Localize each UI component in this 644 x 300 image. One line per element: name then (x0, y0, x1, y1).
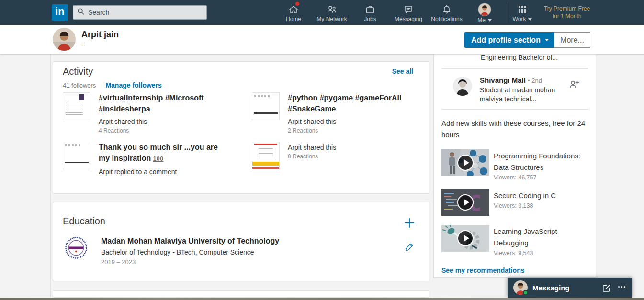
course-thumbnail[interactable] (441, 149, 489, 176)
course-thumbnail[interactable] (441, 225, 489, 252)
add-education-button[interactable] (403, 217, 416, 231)
nav-jobs[interactable]: Jobs (351, 0, 389, 25)
nav-messaging-label: Messaging (395, 16, 422, 22)
divider (441, 109, 588, 110)
messaging-overflow-button[interactable] (618, 286, 625, 288)
post-action: Arpit shared this (288, 118, 407, 125)
nav-messaging[interactable]: Messaging (389, 0, 428, 25)
connection-degree: 2nd (531, 77, 542, 84)
activity-post[interactable]: #python #pygame #gameForAll #SnakeGame A… (252, 92, 407, 134)
profile-header-bar: Arpit jain -- Add profile section More..… (0, 25, 644, 54)
education-entry[interactable]: Madan Mohan Malaviya University of Techn… (65, 237, 279, 266)
post-title: #python #pygame #gameForAll #SnakeGame (288, 92, 407, 114)
messaging-icon (403, 4, 414, 15)
play-icon (457, 230, 474, 246)
content-left-divider (50, 54, 51, 300)
chevron-down-icon (488, 19, 492, 22)
edit-education-button[interactable] (404, 242, 415, 254)
activity-post[interactable]: #virtualInternship #Microsoft #insideshe… (63, 92, 224, 134)
add-profile-section-button[interactable]: Add profile section (464, 32, 555, 48)
activity-card: Activity 41 followers Manage followers S… (53, 61, 429, 194)
premium-line2: for 1 Month (539, 12, 595, 20)
online-status-dot (523, 290, 528, 295)
course-title: Learning JavaScript Debugging (494, 226, 585, 249)
post-thumbnail[interactable] (63, 142, 90, 169)
add-person-icon (568, 85, 580, 92)
linkedin-logo[interactable]: in (52, 4, 68, 21)
nav-work[interactable]: Work (503, 0, 542, 25)
activity-title: Activity (63, 66, 93, 77)
course-viewers: Viewers: 3,138 (494, 202, 585, 209)
chevron-down-icon (545, 39, 549, 41)
plus-icon (403, 223, 416, 231)
play-icon (457, 155, 474, 171)
see-recommendations-link[interactable]: See my recommendations (441, 267, 525, 274)
try-premium-link[interactable]: Try Premium Free for 1 Month (539, 5, 595, 20)
manage-followers-link[interactable]: Manage followers (105, 81, 161, 89)
top-navigation-bar: in Home (0, 0, 644, 25)
nav-home-label: Home (286, 16, 301, 22)
divider (441, 68, 588, 69)
course-viewers: Viewers: 9,543 (494, 250, 585, 256)
add-profile-section-label: Add profile section (471, 36, 541, 44)
post-title: #virtualInternship #Microsoft #insideshe… (99, 92, 224, 114)
pencil-icon (404, 246, 415, 254)
education-years: 2019 – 2023 (101, 258, 279, 266)
post-thumbnail[interactable] (63, 92, 90, 120)
search-icon (77, 8, 85, 17)
degree-name: Bachelor of Technology - BTech, Computer… (101, 248, 279, 256)
course-item[interactable]: Learning JavaScript Debugging Viewers: 9… (441, 225, 585, 256)
post-action: Arpit replied to a comment (99, 168, 224, 176)
post-reactions: 2 Reactions (288, 127, 407, 134)
profile-name: Arpit jain (81, 30, 119, 40)
post-action: Arpit shared this (99, 118, 224, 125)
nav-me[interactable]: Me (465, 0, 504, 25)
post-title: Thank you so much sir ...you are my insp… (99, 142, 224, 165)
post-reactions: 8 Reactions (288, 153, 407, 160)
clipped-entry-text: Engineering Bachelor of... (481, 54, 558, 61)
education-card: Education Madan Mohan Malaviya Universit… (53, 202, 429, 281)
school-name: Madan Mohan Malaviya University of Techn… (101, 237, 279, 245)
nav-notifications-label: Notifications (431, 16, 462, 22)
post-thumbnail[interactable] (252, 142, 280, 169)
course-item[interactable]: C Secure Coding in C Viewers: 3,138 (441, 189, 585, 216)
nav-my-network[interactable]: My Network (313, 0, 351, 25)
activity-post[interactable]: Thank you so much sir ...you are my insp… (63, 142, 224, 176)
premium-line1: Try Premium Free (539, 5, 595, 12)
messaging-dock-label: Messaging (532, 284, 570, 292)
post-reactions: 4 Reactions (99, 127, 224, 134)
nav-notifications[interactable]: Notifications (428, 0, 466, 25)
linkedin-profile-page: in Home (0, 0, 644, 300)
right-rail: Engineering Bachelor of... Shivangi Mall… (433, 54, 596, 278)
global-search[interactable] (73, 5, 207, 20)
see-all-link[interactable]: See all (392, 67, 413, 75)
profile-avatar[interactable] (53, 28, 76, 51)
my-network-icon (326, 4, 338, 15)
education-title: Education (63, 216, 105, 227)
course-title: Programming Foundations: Data Structures (494, 150, 585, 173)
suggested-person-name[interactable]: Shivangi Mall (480, 76, 526, 84)
messaging-dock[interactable]: Messaging (508, 278, 632, 298)
compose-message-button[interactable] (602, 283, 611, 294)
activity-post[interactable]: Arpit shared this 8 Reactions (252, 142, 407, 169)
play-icon (457, 194, 474, 211)
post-action: Arpit shared this (288, 144, 407, 151)
course-thumbnail[interactable]: C (441, 189, 489, 216)
suggested-person-headline: Student at madan mohan malviya technical… (480, 86, 559, 104)
nav-jobs-label: Jobs (364, 16, 376, 22)
nav-home[interactable]: Home (274, 0, 313, 25)
nav-my-network-label: My Network (316, 16, 347, 22)
suggested-person-avatar[interactable] (453, 77, 472, 96)
course-title: Secure Coding in C (494, 190, 585, 201)
courses-header: Add new skills with these courses, free … (441, 118, 588, 141)
connect-button[interactable] (568, 78, 580, 92)
post-thumbnail[interactable] (252, 92, 280, 120)
university-logo (65, 237, 87, 259)
compose-icon (602, 287, 611, 294)
search-input[interactable] (88, 9, 203, 16)
hundred-emoji: 100 (153, 156, 164, 162)
nav-menu: Home My Network Jobs (274, 0, 466, 25)
course-item[interactable]: Programming Foundations: Data Structures… (441, 149, 585, 181)
more-button[interactable]: More... (554, 32, 590, 48)
course-viewers: Viewers: 46,757 (494, 174, 585, 181)
